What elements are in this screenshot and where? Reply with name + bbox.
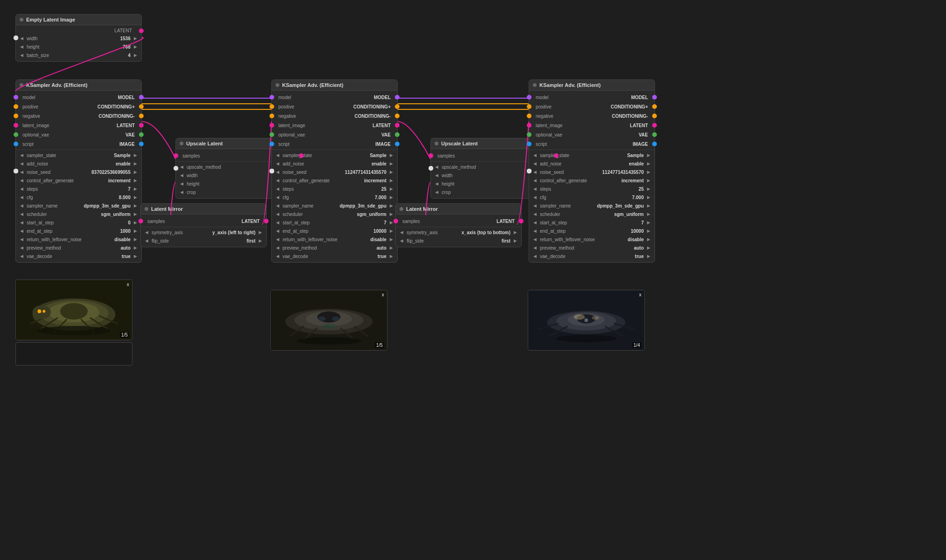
ks2sas-left[interactable]: ◀ <box>275 220 281 225</box>
u2h-in[interactable] <box>429 166 433 171</box>
ks3-latent-in[interactable] <box>527 123 531 128</box>
ks3cag-right[interactable]: ▶ <box>646 178 652 183</box>
ks2-pos-out[interactable] <box>395 104 400 109</box>
ks3sas-right[interactable]: ▶ <box>646 220 652 225</box>
ks2ss-right[interactable]: ▶ <box>388 153 394 158</box>
ks3vd-right[interactable]: ▶ <box>646 254 652 258</box>
ks2-neg-out[interactable] <box>395 114 400 118</box>
ks3pm-right[interactable]: ▶ <box>646 245 652 250</box>
ns-right[interactable]: ▶ <box>132 170 138 174</box>
ks3-image-out[interactable] <box>652 142 657 146</box>
ks3-vae-out[interactable] <box>652 132 657 137</box>
ks3-script-in[interactable] <box>527 142 531 146</box>
st-left[interactable]: ◀ <box>19 187 25 191</box>
ksampler1-vae-in[interactable] <box>14 132 18 137</box>
ksampler1-pos-in[interactable] <box>14 104 18 109</box>
ks3-model-in[interactable] <box>527 95 531 100</box>
lm2-samples-in[interactable] <box>393 219 398 223</box>
width-right-arrow[interactable]: ▶ <box>132 36 138 41</box>
ks2-vae-in[interactable] <box>269 132 274 137</box>
ss-left[interactable]: ◀ <box>19 153 25 158</box>
ksampler1-latent-out[interactable] <box>139 123 144 128</box>
preview3-close[interactable]: x <box>639 292 641 297</box>
ks2sn-left[interactable]: ◀ <box>275 203 281 208</box>
pm-left[interactable]: ◀ <box>19 245 25 250</box>
upscale2-latent-out[interactable] <box>554 153 559 158</box>
sch-left[interactable]: ◀ <box>19 212 25 216</box>
ks3-vae-in[interactable] <box>527 132 531 137</box>
u2h-left[interactable]: ◀ <box>434 181 440 186</box>
ks3ns-right[interactable]: ▶ <box>646 170 652 174</box>
ks2vd-right[interactable]: ▶ <box>388 254 394 258</box>
an-right[interactable]: ▶ <box>132 161 138 166</box>
ks3an-left[interactable]: ◀ <box>532 161 538 166</box>
preview1-close[interactable]: x <box>127 282 129 287</box>
eas-right[interactable]: ▶ <box>132 229 138 233</box>
ks2sch-right[interactable]: ▶ <box>388 212 394 216</box>
lm2-latent-out[interactable] <box>519 219 524 223</box>
cag-left[interactable]: ◀ <box>19 178 25 183</box>
ks3eas-left[interactable]: ◀ <box>532 229 538 233</box>
um-left[interactable]: ◀ <box>179 165 185 169</box>
cfg-left[interactable]: ◀ <box>19 195 25 200</box>
ks3-latent-out[interactable] <box>652 123 657 128</box>
ks2an-left[interactable]: ◀ <box>275 161 281 166</box>
batch-input-connector[interactable] <box>14 36 18 40</box>
latent-output-connector[interactable] <box>139 29 144 33</box>
batch-left-arrow[interactable]: ◀ <box>19 53 25 57</box>
ks2-latent-in[interactable] <box>269 123 274 128</box>
ks2-vae-out[interactable] <box>395 132 400 137</box>
ksampler1-script-in[interactable] <box>14 142 18 146</box>
ksampler1-image-out[interactable] <box>139 142 144 146</box>
ks2cag-left[interactable]: ◀ <box>275 178 281 183</box>
ksampler1-latent-in[interactable] <box>14 123 18 128</box>
ks3sas-left[interactable]: ◀ <box>532 220 538 225</box>
cag-right[interactable]: ▶ <box>132 178 138 183</box>
ks3-neg-in[interactable] <box>527 114 531 118</box>
ks2eas-left[interactable]: ◀ <box>275 229 281 233</box>
st-right[interactable]: ▶ <box>132 187 138 191</box>
lm1s-left[interactable]: ◀ <box>144 230 150 235</box>
ks3rwln-left[interactable]: ◀ <box>532 237 538 242</box>
ks2-image-out[interactable] <box>395 142 400 146</box>
height-left-arrow[interactable]: ◀ <box>19 44 25 49</box>
ss-right[interactable]: ▶ <box>132 153 138 158</box>
u1h-left[interactable]: ◀ <box>179 181 185 186</box>
ksampler1-neg-out[interactable] <box>139 114 144 118</box>
vd-right[interactable]: ▶ <box>132 254 138 258</box>
ks3-pos-in[interactable] <box>527 104 531 109</box>
lm2s-left[interactable]: ◀ <box>399 230 405 235</box>
lm1-samples-in[interactable] <box>138 219 143 223</box>
u1c-left[interactable]: ◀ <box>179 190 185 194</box>
ks2-model-in[interactable] <box>269 95 274 100</box>
u2m-left[interactable]: ◀ <box>434 165 440 169</box>
ks3-neg-out[interactable] <box>652 114 657 118</box>
ks3eas-right[interactable]: ▶ <box>646 229 652 233</box>
ks3-model-out[interactable] <box>652 95 657 100</box>
ks3ns-left[interactable]: ◀ <box>532 170 538 174</box>
ks3sn-right[interactable]: ▶ <box>646 203 652 208</box>
ks2pm-right[interactable]: ▶ <box>388 245 394 250</box>
sn-left[interactable]: ◀ <box>19 203 25 208</box>
vd-left[interactable]: ◀ <box>19 254 25 258</box>
preview2-close[interactable]: x <box>382 292 384 297</box>
ksampler1-model-in[interactable] <box>14 95 18 100</box>
ks3cfg-right[interactable]: ▶ <box>646 195 652 200</box>
ks2st-right[interactable]: ▶ <box>388 187 394 191</box>
ks3ss-right[interactable]: ▶ <box>646 153 652 158</box>
ksampler1-vae-out[interactable] <box>139 132 144 137</box>
ks2eas-in[interactable] <box>269 169 274 173</box>
sas-left[interactable]: ◀ <box>19 220 25 225</box>
batch-right-arrow[interactable]: ▶ <box>132 53 138 57</box>
ks3sch-right[interactable]: ▶ <box>646 212 652 216</box>
upscale1-samples-in[interactable] <box>174 153 178 158</box>
ks2rwln-right[interactable]: ▶ <box>388 237 394 242</box>
ksampler1-neg-in[interactable] <box>14 114 18 118</box>
ks2sn-right[interactable]: ▶ <box>388 203 394 208</box>
an-left[interactable]: ◀ <box>19 161 25 166</box>
sch-right[interactable]: ▶ <box>132 212 138 216</box>
ns-left[interactable]: ◀ <box>19 170 25 174</box>
sn-right[interactable]: ▶ <box>132 203 138 208</box>
ks2st-left[interactable]: ◀ <box>275 187 281 191</box>
ks2cfg-right[interactable]: ▶ <box>388 195 394 200</box>
